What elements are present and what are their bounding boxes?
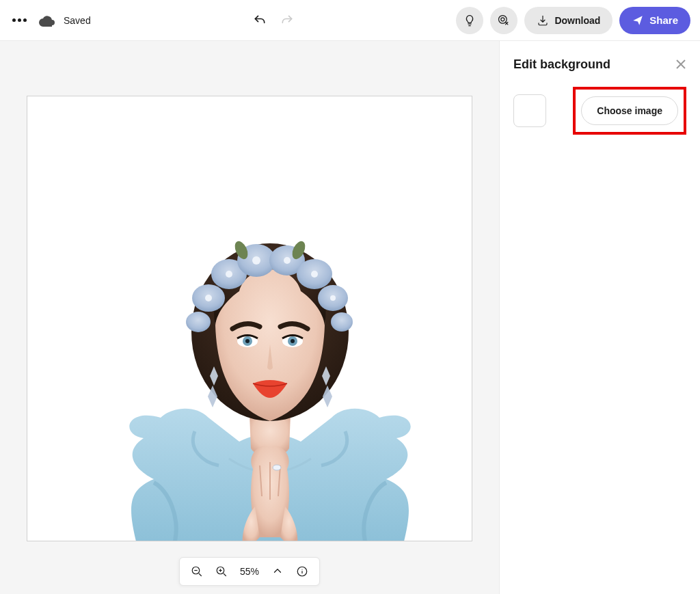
svg-point-0 — [501, 17, 504, 21]
svg-point-19 — [252, 256, 260, 265]
more-options-button[interactable] — [10, 16, 29, 25]
canvas[interactable] — [27, 96, 472, 541]
close-panel-button[interactable] — [674, 57, 688, 71]
history-controls — [91, 10, 457, 31]
background-color-swatch[interactable] — [513, 94, 546, 127]
topbar-right-group: Download Share — [456, 7, 690, 34]
panel-title: Edit background — [513, 57, 686, 72]
undo-button[interactable] — [249, 10, 271, 31]
choose-image-button[interactable]: Choose image — [581, 96, 678, 125]
hint-button[interactable] — [456, 7, 483, 34]
svg-point-8 — [291, 339, 295, 343]
cloud-saved-icon — [39, 16, 54, 25]
download-button[interactable]: Download — [524, 7, 612, 34]
choose-image-label: Choose image — [597, 105, 662, 116]
main-area: 55% Edit background Choose image — [0, 41, 700, 594]
svg-point-21 — [311, 271, 318, 278]
choose-image-highlight: Choose image — [573, 87, 686, 135]
info-button[interactable] — [296, 565, 308, 578]
topbar-left-group: Saved — [10, 15, 91, 26]
portrait-image[interactable] — [106, 195, 434, 541]
magic-button[interactable] — [490, 7, 517, 34]
svg-point-25 — [273, 465, 281, 470]
svg-point-35 — [301, 569, 302, 569]
saved-status-label: Saved — [64, 15, 91, 26]
edit-background-panel: Edit background Choose image — [500, 41, 700, 594]
share-label: Share — [649, 14, 678, 26]
share-button[interactable]: Share — [619, 7, 690, 34]
redo-button[interactable] — [276, 10, 298, 31]
zoom-value: 55% — [240, 566, 259, 577]
zoom-out-button[interactable] — [191, 565, 203, 578]
svg-line-27 — [199, 573, 202, 576]
download-label: Download — [554, 15, 600, 26]
svg-point-20 — [284, 257, 291, 264]
top-toolbar: Saved Download Share — [0, 0, 700, 41]
svg-line-30 — [224, 573, 226, 576]
background-options-row: Choose image — [513, 87, 686, 135]
svg-point-7 — [245, 339, 250, 343]
zoom-menu-button[interactable] — [271, 565, 284, 578]
canvas-area: 55% — [0, 41, 500, 594]
zoom-in-button[interactable] — [215, 565, 228, 578]
svg-point-22 — [330, 295, 336, 301]
zoom-toolbar: 55% — [179, 557, 320, 586]
svg-point-16 — [331, 312, 353, 332]
svg-point-18 — [226, 271, 232, 278]
svg-point-17 — [205, 295, 212, 301]
svg-point-15 — [186, 312, 211, 332]
